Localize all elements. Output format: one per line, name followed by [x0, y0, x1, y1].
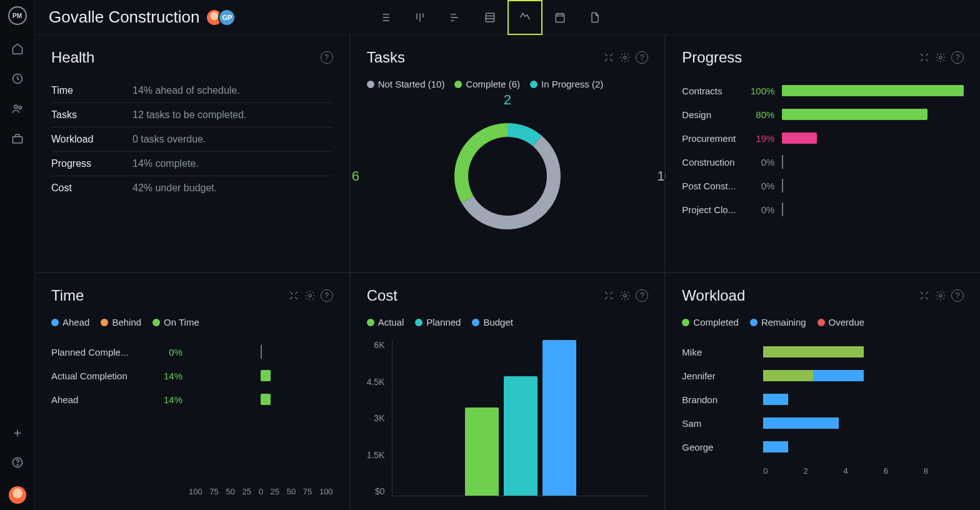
- workload-track: [763, 346, 964, 358]
- help-icon[interactable]: ?: [951, 51, 964, 64]
- legend-label: Actual: [378, 317, 404, 328]
- cost-bar[interactable]: [465, 408, 499, 496]
- health-label: Time: [51, 85, 132, 96]
- expand-icon[interactable]: [603, 51, 614, 64]
- workload-row: Sam: [682, 411, 964, 435]
- axis-tick: 0: [763, 466, 803, 476]
- legend-item[interactable]: Actual: [367, 317, 404, 328]
- progress-label: Post Const...: [682, 181, 744, 191]
- legend-dot-icon: [415, 319, 422, 326]
- progress-tick: [782, 202, 783, 216]
- view-board-icon[interactable]: [402, 0, 438, 35]
- legend-item[interactable]: Budget: [472, 317, 513, 328]
- legend-label: Remaining: [761, 317, 806, 328]
- workload-remaining-bar[interactable]: [813, 370, 863, 381]
- axis-tick: 25: [271, 487, 279, 496]
- legend-item[interactable]: Not Started (10): [367, 79, 445, 89]
- progress-percent: 19%: [744, 133, 774, 144]
- health-label: Tasks: [51, 109, 132, 121]
- current-user-avatar[interactable]: [9, 486, 26, 504]
- expand-icon[interactable]: [919, 51, 930, 64]
- view-switcher: [368, 0, 612, 35]
- progress-label: Project Clo...: [682, 204, 744, 215]
- workload-track: [763, 370, 964, 381]
- home-icon[interactable]: [11, 42, 24, 55]
- progress-label: Design: [682, 109, 744, 120]
- axis-tick: 1.5K: [367, 450, 385, 460]
- help-icon[interactable]: [11, 456, 24, 469]
- view-list-icon[interactable]: [368, 0, 402, 35]
- progress-row: Design 80%: [682, 102, 964, 126]
- legend-dot-icon: [152, 319, 160, 326]
- donut-segment[interactable]: [454, 123, 508, 203]
- view-sheet-icon[interactable]: [472, 0, 508, 35]
- workload-label: Jennifer: [682, 371, 763, 381]
- legend-item[interactable]: In Progress (2): [530, 79, 603, 89]
- workload-remaining-bar[interactable]: [763, 418, 838, 429]
- help-icon[interactable]: ?: [321, 51, 333, 64]
- help-icon[interactable]: ?: [636, 51, 648, 64]
- legend-item[interactable]: Remaining: [750, 317, 806, 328]
- help-icon[interactable]: ?: [636, 289, 648, 302]
- axis-tick: 6K: [374, 340, 384, 350]
- app-logo[interactable]: PM: [8, 6, 27, 25]
- cost-bar[interactable]: [504, 376, 538, 496]
- health-value: 0 tasks overdue.: [132, 134, 206, 145]
- progress-bar: [782, 85, 964, 96]
- gear-icon[interactable]: [935, 51, 946, 64]
- progress-label: Contracts: [682, 86, 744, 96]
- legend-item[interactable]: Overdue: [818, 317, 865, 328]
- gear-icon[interactable]: [619, 51, 631, 64]
- workload-completed-bar[interactable]: [763, 346, 863, 358]
- workload-row: George: [682, 435, 964, 459]
- workload-row: Jennifer: [682, 364, 964, 388]
- legend-item[interactable]: Complete (6): [454, 79, 520, 89]
- expand-icon[interactable]: [919, 289, 930, 302]
- axis-tick: 75: [303, 487, 312, 496]
- workload-row: Brandon: [682, 388, 964, 411]
- gear-icon[interactable]: [619, 289, 631, 302]
- legend-label: Ahead: [62, 317, 89, 328]
- svg-point-5: [17, 465, 18, 466]
- clock-icon[interactable]: [11, 72, 24, 85]
- time-row: Ahead 14%: [51, 388, 333, 411]
- view-calendar-icon[interactable]: [542, 0, 578, 35]
- svg-rect-3: [12, 137, 22, 143]
- expand-icon[interactable]: [288, 289, 299, 302]
- workload-track: [763, 441, 964, 452]
- legend-item[interactable]: Planned: [415, 317, 461, 328]
- workload-remaining-bar[interactable]: [763, 441, 788, 452]
- time-percent: 14%: [151, 371, 182, 381]
- gear-icon[interactable]: [935, 289, 946, 302]
- time-percent: 0%: [151, 347, 182, 358]
- briefcase-icon[interactable]: [11, 132, 24, 145]
- people-icon[interactable]: [11, 102, 24, 115]
- help-icon[interactable]: ?: [321, 289, 333, 302]
- health-label: Progress: [51, 158, 132, 169]
- time-label: Planned Comple...: [51, 347, 151, 358]
- svg-point-10: [308, 294, 311, 298]
- workload-completed-bar[interactable]: [763, 370, 813, 381]
- legend-item[interactable]: Ahead: [51, 317, 89, 328]
- expand-icon[interactable]: [603, 289, 614, 302]
- progress-percent: 0%: [744, 204, 774, 215]
- legend-item[interactable]: Behind: [101, 317, 141, 328]
- cost-bar[interactable]: [542, 340, 576, 496]
- view-file-icon[interactable]: [578, 0, 612, 35]
- avatar-initials[interactable]: GP: [218, 9, 236, 26]
- gear-icon[interactable]: [304, 289, 316, 302]
- view-dashboard-icon[interactable]: [508, 0, 542, 35]
- axis-tick: 75: [209, 487, 218, 496]
- view-gantt-icon[interactable]: [438, 0, 472, 35]
- help-icon[interactable]: ?: [951, 289, 964, 302]
- axis-tick: 50: [226, 487, 234, 496]
- workload-remaining-bar[interactable]: [763, 394, 788, 405]
- progress-bar: [782, 109, 928, 120]
- axis-tick: 2: [803, 466, 843, 476]
- legend-dot-icon: [454, 81, 462, 88]
- legend-item[interactable]: On Time: [152, 317, 199, 328]
- cost-bar-chart: 6K4.5K3K1.5K$0: [367, 340, 649, 496]
- legend-item[interactable]: Completed: [682, 317, 739, 328]
- plus-icon[interactable]: [12, 428, 23, 439]
- member-avatars[interactable]: GP: [211, 9, 236, 26]
